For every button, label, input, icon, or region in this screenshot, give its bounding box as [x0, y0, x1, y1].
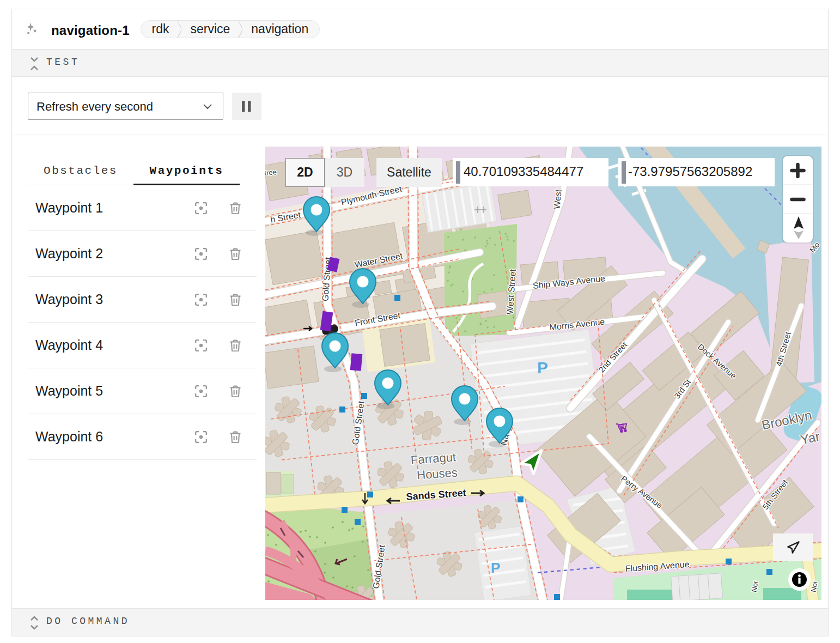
svg-text:tree: tree — [265, 168, 277, 177]
svg-text:West: West — [552, 189, 563, 209]
svg-text:P: P — [537, 359, 548, 377]
svg-text:P: P — [491, 560, 500, 576]
svg-text:Houses: Houses — [416, 465, 458, 482]
